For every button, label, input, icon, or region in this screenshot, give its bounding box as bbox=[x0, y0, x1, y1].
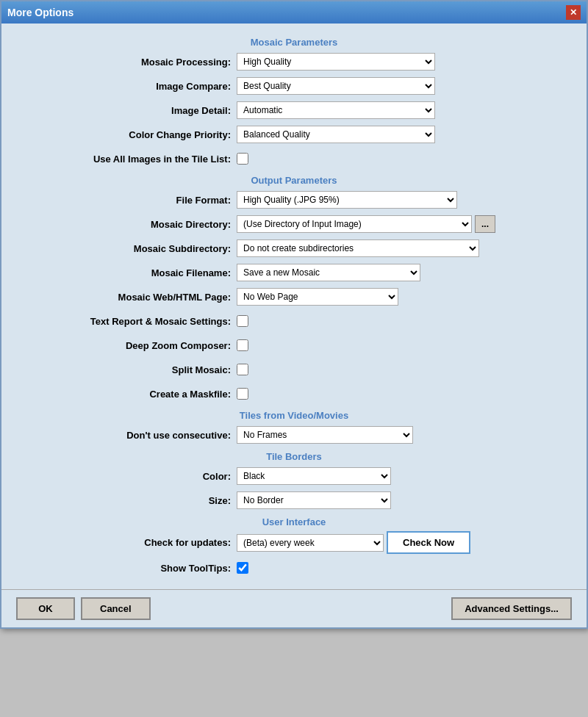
control-size: No Border 1 pixel 2 pixels 3 pixels 5 pi… bbox=[237, 491, 572, 509]
control-text-report bbox=[237, 315, 572, 327]
section-tiles-video: Tiles from Video/Movies bbox=[16, 410, 572, 421]
row-create-maskfile: Create a Maskfile: bbox=[16, 383, 572, 404]
label-image-compare: Image Compare: bbox=[16, 81, 237, 92]
label-use-all-images: Use All Images in the Tile List: bbox=[16, 154, 237, 165]
select-color[interactable]: Black White Red Green Blue Custom bbox=[237, 467, 391, 485]
row-consecutive: Don't use consecutive: No Frames 1 Frame… bbox=[16, 425, 572, 445]
select-color-priority[interactable]: Balanced Quality High Quality Best Quali… bbox=[237, 126, 435, 143]
row-image-detail: Image Detail: Automatic Low Medium High bbox=[16, 100, 572, 120]
row-image-compare: Image Compare: Best Quality High Quality… bbox=[16, 76, 572, 96]
control-check-updates: (Beta) every week Every day Every month … bbox=[237, 531, 572, 554]
checkbox-split-mosaic[interactable] bbox=[237, 364, 248, 375]
select-file-format[interactable]: High Quality (.JPG 95%) Best Quality (.J… bbox=[237, 191, 457, 209]
label-image-detail: Image Detail: bbox=[16, 105, 237, 116]
label-mosaic-web: Mosaic Web/HTML Page: bbox=[16, 292, 237, 303]
control-mosaic-web: No Web Page Create Web Page bbox=[237, 288, 572, 306]
select-mosaic-web[interactable]: No Web Page Create Web Page bbox=[237, 288, 398, 306]
cancel-button[interactable]: Cancel bbox=[81, 597, 151, 620]
label-mosaic-subdirectory: Mosaic Subdirectory: bbox=[16, 243, 237, 254]
row-mosaic-directory: Mosaic Directory: (Use Directory of Inpu… bbox=[16, 214, 572, 234]
checkbox-create-maskfile[interactable] bbox=[237, 388, 248, 400]
label-split-mosaic: Split Mosaic: bbox=[16, 364, 237, 375]
row-use-all-images: Use All Images in the Tile List: bbox=[16, 148, 572, 169]
control-color-priority: Balanced Quality High Quality Best Quali… bbox=[237, 126, 572, 143]
label-color: Color: bbox=[16, 471, 237, 482]
row-deep-zoom: Deep Zoom Composer: bbox=[16, 335, 572, 356]
label-color-priority: Color Change Priority: bbox=[16, 129, 237, 140]
browse-button[interactable]: ... bbox=[475, 215, 495, 233]
select-image-detail[interactable]: Automatic Low Medium High bbox=[237, 101, 435, 119]
select-image-compare[interactable]: Best Quality High Quality Balanced Quali… bbox=[237, 77, 435, 95]
control-consecutive: No Frames 1 Frame 2 Frames 5 Frames 10 F… bbox=[237, 426, 572, 444]
control-mosaic-directory: (Use Directory of Input Image) Custom Di… bbox=[237, 215, 572, 233]
control-deep-zoom bbox=[237, 339, 572, 351]
row-check-updates: Check for updates: (Beta) every week Eve… bbox=[16, 531, 572, 554]
window-title: More Options bbox=[7, 7, 74, 18]
ok-button[interactable]: OK bbox=[16, 597, 75, 620]
control-image-detail: Automatic Low Medium High bbox=[237, 101, 572, 119]
row-color: Color: Black White Red Green Blue Custom bbox=[16, 466, 572, 486]
control-split-mosaic bbox=[237, 364, 572, 375]
control-show-tooltips bbox=[237, 562, 572, 574]
select-consecutive[interactable]: No Frames 1 Frame 2 Frames 5 Frames 10 F… bbox=[237, 426, 413, 444]
footer: OK Cancel Advanced Settings... bbox=[1, 589, 587, 627]
control-file-format: High Quality (.JPG 95%) Best Quality (.J… bbox=[237, 191, 572, 209]
advanced-button[interactable]: Advanced Settings... bbox=[451, 597, 572, 620]
select-mosaic-filename[interactable]: Save a new Mosaic Overwrite Original Cus… bbox=[237, 264, 420, 281]
check-now-button[interactable]: Check Now bbox=[387, 531, 470, 554]
label-consecutive: Don't use consecutive: bbox=[16, 430, 237, 441]
row-mosaic-subdirectory: Mosaic Subdirectory: Do not create subdi… bbox=[16, 238, 572, 259]
checkbox-show-tooltips[interactable] bbox=[237, 562, 248, 574]
control-mosaic-subdirectory: Do not create subdirectories Create subd… bbox=[237, 239, 572, 257]
control-use-all-images bbox=[237, 153, 572, 165]
control-color: Black White Red Green Blue Custom bbox=[237, 467, 572, 485]
row-file-format: File Format: High Quality (.JPG 95%) Bes… bbox=[16, 190, 572, 210]
select-mosaic-directory[interactable]: (Use Directory of Input Image) Custom Di… bbox=[237, 215, 472, 233]
content-area: Mosaic Parameters Mosaic Processing: Hig… bbox=[1, 24, 587, 589]
select-mosaic-subdirectory[interactable]: Do not create subdirectories Create subd… bbox=[237, 239, 479, 257]
main-window: More Options ✕ Mosaic Parameters Mosaic … bbox=[0, 0, 588, 629]
label-create-maskfile: Create a Maskfile: bbox=[16, 389, 237, 400]
close-button[interactable]: ✕ bbox=[566, 5, 581, 20]
select-mosaic-processing[interactable]: High Quality Best Quality Balanced Quali… bbox=[237, 53, 435, 71]
checkbox-use-all-images[interactable] bbox=[237, 153, 248, 165]
label-mosaic-filename: Mosaic Filename: bbox=[16, 267, 237, 278]
label-mosaic-directory: Mosaic Directory: bbox=[16, 219, 237, 230]
label-file-format: File Format: bbox=[16, 195, 237, 206]
section-output-params: Output Parameters bbox=[16, 175, 572, 186]
section-mosaic-params: Mosaic Parameters bbox=[16, 37, 572, 48]
control-create-maskfile bbox=[237, 388, 572, 400]
checkbox-deep-zoom[interactable] bbox=[237, 339, 248, 351]
row-show-tooltips: Show ToolTips: bbox=[16, 558, 572, 578]
section-tile-borders: Tile Borders bbox=[16, 451, 572, 462]
section-user-interface: User Interface bbox=[16, 516, 572, 527]
row-mosaic-processing: Mosaic Processing: High Quality Best Qua… bbox=[16, 51, 572, 72]
select-check-updates[interactable]: (Beta) every week Every day Every month … bbox=[237, 534, 384, 552]
label-text-report: Text Report & Mosaic Settings: bbox=[16, 316, 237, 327]
label-deep-zoom: Deep Zoom Composer: bbox=[16, 340, 237, 351]
label-mosaic-processing: Mosaic Processing: bbox=[16, 57, 237, 68]
checkbox-text-report[interactable] bbox=[237, 315, 248, 327]
title-bar: More Options ✕ bbox=[1, 1, 587, 24]
control-image-compare: Best Quality High Quality Balanced Quali… bbox=[237, 77, 572, 95]
row-mosaic-web: Mosaic Web/HTML Page: No Web Page Create… bbox=[16, 287, 572, 307]
control-mosaic-processing: High Quality Best Quality Balanced Quali… bbox=[237, 53, 572, 71]
row-split-mosaic: Split Mosaic: bbox=[16, 359, 572, 380]
row-color-priority: Color Change Priority: Balanced Quality … bbox=[16, 124, 572, 145]
select-size[interactable]: No Border 1 pixel 2 pixels 3 pixels 5 pi… bbox=[237, 491, 391, 509]
label-size: Size: bbox=[16, 495, 237, 506]
control-mosaic-filename: Save a new Mosaic Overwrite Original Cus… bbox=[237, 264, 572, 281]
row-mosaic-filename: Mosaic Filename: Save a new Mosaic Overw… bbox=[16, 262, 572, 283]
row-text-report: Text Report & Mosaic Settings: bbox=[16, 311, 572, 331]
row-size: Size: No Border 1 pixel 2 pixels 3 pixel… bbox=[16, 490, 572, 511]
label-show-tooltips: Show ToolTips: bbox=[16, 563, 237, 574]
label-check-updates: Check for updates: bbox=[16, 537, 237, 548]
